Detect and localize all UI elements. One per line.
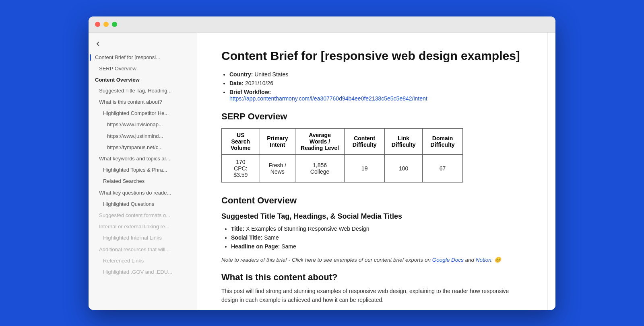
page-title: Content Brief for [responsive web design… xyxy=(221,49,523,63)
meta-date: Date: 2021/10/26 xyxy=(229,80,523,86)
bullet-headline: Headline on Page: Same xyxy=(231,243,523,250)
sidebar-item-what-is[interactable]: What is this content about? xyxy=(89,96,197,108)
minimize-button[interactable] xyxy=(103,22,109,27)
sidebar-item-invision[interactable]: https://www.invisionap... xyxy=(89,119,197,130)
sidebar-item-what-keywords[interactable]: What keywords and topics ar... xyxy=(89,153,197,164)
col-search-volume: US Search Volume xyxy=(222,128,260,154)
sidebar-item-highlighted-internal-links[interactable]: Highlighted Internal Links xyxy=(89,232,197,244)
suggested-title-bullets: Title: X Examples of Stunning Responsive… xyxy=(221,226,523,250)
sidebar-item-serp-overview[interactable]: SERP Overview xyxy=(89,63,197,74)
cell-avg-words: 1,856College xyxy=(295,154,345,182)
content-overview-section: Content Overview Suggested Title Tag, He… xyxy=(221,195,523,305)
titlebar xyxy=(89,16,555,33)
col-primary-intent: Primary Intent xyxy=(260,128,295,154)
suggested-title-heading: Suggested Title Tag, Headings, & Social … xyxy=(221,212,523,221)
content-overview-heading: Content Overview xyxy=(221,195,523,206)
sidebar-item-suggested-content-formats[interactable]: Suggested content formats o... xyxy=(89,210,197,221)
cell-primary-intent: Fresh /News xyxy=(260,154,295,182)
meta-country: Country: United States xyxy=(229,71,523,78)
bullet-title: Title: X Examples of Stunning Responsive… xyxy=(231,226,523,232)
cell-domain-difficulty: 67 xyxy=(423,154,463,182)
sidebar: Content Brief for [responsi... SERP Over… xyxy=(89,33,197,310)
sidebar-item-referenced-links[interactable]: Referenced Links xyxy=(89,255,197,267)
col-avg-words: Average Words / Reading Level xyxy=(295,128,345,154)
bullet-social-title: Social Title: Same xyxy=(231,234,523,241)
main-content: Content Brief for [responsive web design… xyxy=(197,33,547,310)
maximize-button[interactable] xyxy=(112,22,117,27)
sidebar-label-serp: SERP Overview xyxy=(99,66,136,72)
brief-workflow-link[interactable]: https://app.contentharmony.com/l/ea30776… xyxy=(229,95,427,102)
google-docs-link[interactable]: Google Docs xyxy=(432,257,464,263)
sidebar-item-tympanus[interactable]: https://tympanus.net/c... xyxy=(89,142,197,153)
col-domain-difficulty: Domain Difficulty xyxy=(423,128,463,154)
cell-search-volume: 170CPC: $3.59 xyxy=(222,154,260,182)
sidebar-item-what-key-questions[interactable]: What key questions do reade... xyxy=(89,187,197,199)
serp-overview-heading: SERP Overview xyxy=(221,111,523,122)
col-link-difficulty: Link Difficulty xyxy=(385,128,423,154)
meta-workflow: Brief Workflow: https://app.contentharmo… xyxy=(229,89,523,102)
note-text: Note to readers of this brief - Click he… xyxy=(221,256,523,264)
col-content-difficulty: Content Difficulty xyxy=(345,128,385,154)
sidebar-item-internal-external[interactable]: Internal or external linking re... xyxy=(89,221,197,232)
what-is-body: This post will find strong and stunning … xyxy=(221,287,523,305)
table-row: 170CPC: $3.59 Fresh /News 1,856College 1… xyxy=(222,154,463,182)
sidebar-item-justinmind[interactable]: https://www.justinmind... xyxy=(89,131,197,142)
app-body: Content Brief for [responsi... SERP Over… xyxy=(89,33,555,310)
sidebar-item-highlighted-competitor[interactable]: Highlighted Competitor He... xyxy=(89,108,197,119)
what-is-heading: What is this content about? xyxy=(221,272,523,283)
notion-link[interactable]: Notion xyxy=(476,257,491,263)
sidebar-item-additional-resources[interactable]: Additional resources that will... xyxy=(89,244,197,255)
sidebar-item-highlighted-topics[interactable]: Highlighted Topics & Phra... xyxy=(89,164,197,176)
sidebar-item-highlighted-questions[interactable]: Highlighted Questions xyxy=(89,199,197,210)
serp-table: US Search Volume Primary Intent Average … xyxy=(221,128,463,182)
sidebar-item-content-brief[interactable]: Content Brief for [responsi... xyxy=(89,52,197,63)
back-button[interactable] xyxy=(89,39,197,52)
right-panel xyxy=(547,33,555,310)
sidebar-section-content-overview: Content Overview xyxy=(89,74,197,85)
app-window: Content Brief for [responsi... SERP Over… xyxy=(89,16,555,310)
meta-list: Country: United States Date: 2021/10/26 … xyxy=(221,71,523,102)
cell-link-difficulty: 100 xyxy=(385,154,423,182)
close-button[interactable] xyxy=(95,22,100,27)
cell-content-difficulty: 19 xyxy=(345,154,385,182)
serp-overview-section: SERP Overview US Search Volume Primary I… xyxy=(221,111,523,182)
sidebar-item-related-searches[interactable]: Related Searches xyxy=(89,176,197,187)
sidebar-item-suggested-title[interactable]: Suggested Title Tag, Heading... xyxy=(89,85,197,96)
sidebar-item-highlighted-gov[interactable]: Highlighted .GOV and .EDU... xyxy=(89,267,197,278)
sidebar-label-content-brief: Content Brief for [responsi... xyxy=(95,54,160,61)
